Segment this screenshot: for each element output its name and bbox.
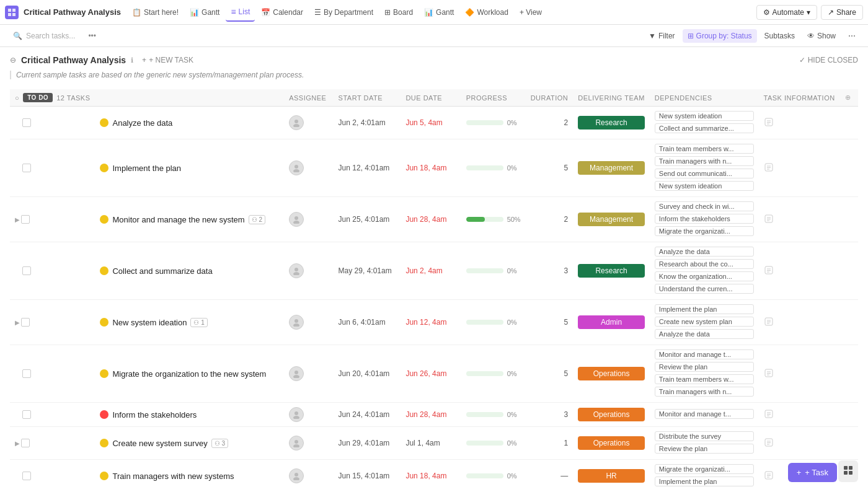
progress-percent: 0% — [507, 318, 517, 326]
task-info-icon[interactable] — [764, 165, 774, 174]
toolbar-options-icon[interactable]: ⋯ — [843, 29, 861, 43]
task-name-text: Inform the stakeholders — [112, 410, 197, 420]
team-badge: Operations — [578, 367, 645, 380]
dependency-tag: Train team members w... — [655, 144, 754, 154]
toolbar-more-icon[interactable]: ••• — [86, 29, 99, 43]
app-logo — [5, 6, 19, 19]
progress-bar — [466, 217, 503, 222]
tab-gantt1[interactable]: 📊 Gantt — [185, 3, 224, 22]
task-info-icon[interactable] — [764, 371, 774, 380]
task-info-icon[interactable] — [764, 441, 774, 449]
grid-view-toggle[interactable] — [838, 460, 858, 482]
col-duration-header: DURATION — [526, 89, 574, 107]
new-task-button[interactable]: + + NEW TASK — [138, 55, 197, 66]
automate-chevron: ▾ — [807, 8, 810, 17]
svg-rect-61 — [849, 471, 852, 475]
start-date-text: Jun 25, 4:01am — [339, 215, 390, 224]
group-by-button[interactable]: ⊞ Group by: Status — [683, 29, 757, 43]
task-name-cell: Analyze the data — [95, 107, 284, 139]
dependency-tag: Create new system plan — [655, 317, 754, 327]
task-checkbox[interactable] — [21, 318, 30, 327]
project-collapse-toggle[interactable]: ⊖ — [10, 56, 16, 64]
hide-closed-button[interactable]: ✓ HIDE CLOSED — [799, 56, 858, 64]
task-checkbox[interactable] — [22, 410, 31, 419]
dependency-tag: Research about the co... — [655, 259, 754, 269]
assignee-cell — [284, 139, 333, 197]
task-name-cell: Implement the plan — [95, 139, 284, 197]
tab-gantt2[interactable]: 📊 Gantt — [419, 3, 459, 22]
duration-text: 5 — [564, 164, 569, 172]
tab-start[interactable]: 📋 Start here! — [127, 3, 184, 22]
task-toggle-cell — [10, 345, 95, 403]
task-checkbox[interactable] — [22, 118, 31, 127]
dependency-tag: Review the plan — [655, 444, 754, 454]
quick-add-task-button[interactable]: + + Task — [788, 463, 837, 482]
task-info-icon[interactable] — [764, 217, 774, 226]
dependency-tag: New system ideation — [655, 111, 754, 121]
progress-bar — [466, 441, 503, 446]
task-expand-icon[interactable]: ▶ — [15, 216, 20, 223]
col-add-header[interactable]: ⊕ — [840, 89, 858, 107]
task-expand-icon[interactable]: ▶ — [15, 319, 20, 326]
tab-list[interactable]: ≡ List — [226, 3, 255, 22]
task-info-icon[interactable] — [764, 412, 774, 421]
project-header: ⊖ Critical Pathway Analysis ℹ + + NEW TA… — [10, 55, 858, 66]
duration-cell: 3 — [526, 242, 574, 300]
dependency-tag: Inform the stakeholders — [655, 214, 754, 224]
add-column-icon[interactable]: ⊕ — [845, 94, 851, 101]
tab-board[interactable]: ⊞ Board — [379, 3, 418, 22]
col-task-header — [95, 89, 284, 107]
task-toggle-cell — [10, 139, 95, 197]
plus-icon: + — [142, 56, 146, 64]
priority-indicator — [100, 369, 108, 378]
task-checkbox[interactable] — [22, 369, 31, 378]
filter-button[interactable]: ▼ Filter — [644, 29, 680, 43]
due-date-text: Jun 28, 4am — [405, 215, 446, 224]
dependencies-cell: Implement the planCreate new system plan… — [650, 300, 759, 345]
tab-bydept[interactable]: ☰ By Department — [309, 3, 378, 22]
task-expand-icon[interactable]: ▶ — [15, 440, 20, 447]
task-row: ▶ Monitor and manage the new system ⚇ 2 … — [10, 197, 858, 242]
task-info-icon[interactable] — [764, 473, 774, 482]
assignee-cell — [284, 242, 333, 300]
task-checkbox[interactable] — [21, 215, 30, 224]
start-date-cell: Jun 15, 4:01am — [334, 460, 401, 493]
assignee-avatar — [289, 366, 304, 381]
share-icon: ↗ — [828, 8, 834, 17]
assignee-cell — [284, 427, 333, 460]
task-checkbox[interactable] — [21, 439, 30, 447]
share-button[interactable]: ↗ Share — [821, 5, 863, 20]
automate-button[interactable]: ⚙ Automate ▾ — [756, 5, 817, 20]
task-checkbox[interactable] — [22, 472, 31, 480]
task-info-icon[interactable] — [764, 268, 774, 277]
task-info-cell — [759, 403, 840, 427]
list-icon: ≡ — [231, 7, 236, 17]
dependency-tag: Analyze the data — [655, 247, 754, 257]
subtasks-button[interactable]: Subtasks — [760, 29, 800, 43]
start-date-cell: Jun 2, 4:01am — [334, 107, 401, 139]
add-view-btn[interactable]: + View — [515, 3, 547, 22]
progress-bar — [466, 120, 503, 125]
top-navigation: Critical Pathway Analysis 📋 Start here! … — [0, 0, 868, 25]
task-name-cell: Collect and summarize data — [95, 242, 284, 300]
show-button[interactable]: 👁 Show — [802, 29, 841, 43]
priority-indicator — [100, 472, 108, 480]
group-collapse-icon[interactable]: ○ — [15, 94, 19, 102]
task-info-icon[interactable] — [764, 320, 774, 328]
progress-cell: 0% — [461, 403, 526, 427]
task-checkbox[interactable] — [22, 266, 31, 275]
dependency-tag: Train managers with n... — [655, 156, 754, 166]
tab-calendar[interactable]: 📅 Calendar — [256, 3, 308, 22]
task-info-icon[interactable] — [764, 120, 774, 129]
project-info-icon[interactable]: ℹ — [131, 56, 133, 64]
task-row: Collect and summarize data May 29, 4:01a… — [10, 242, 858, 300]
search-box[interactable]: 🔍 Search tasks... — [7, 29, 81, 43]
tab-workload[interactable]: 🔶 Workload — [460, 3, 513, 22]
task-checkbox[interactable] — [22, 164, 31, 172]
duration-text: 2 — [564, 215, 569, 224]
dependencies-cell: New system ideationCollect and summarize… — [650, 107, 759, 139]
dependency-tag: Collect and summarize... — [655, 123, 754, 133]
task-name-text: Monitor and manage the new system — [112, 215, 244, 224]
progress-cell: 50% — [461, 197, 526, 242]
assignee-avatar — [289, 315, 304, 330]
